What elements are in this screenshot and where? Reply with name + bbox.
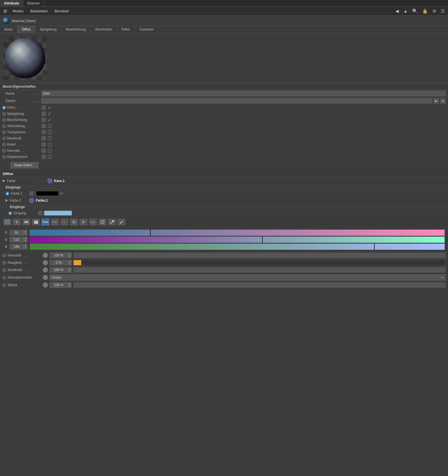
tab-zuweisen[interactable]: Zuweisen bbox=[135, 26, 158, 33]
grid-icon[interactable]: ⊞ bbox=[2, 8, 8, 14]
rauigkeit-down[interactable]: ▼ bbox=[68, 263, 72, 265]
channel-relief-checkbox[interactable] bbox=[42, 143, 46, 146]
tool-circ-btn[interactable] bbox=[80, 219, 87, 225]
channel-spiegelung-checkbox[interactable] bbox=[42, 112, 46, 116]
deckkraft-down[interactable]: ▼ bbox=[68, 270, 72, 273]
tab-diffus[interactable]: Diffus bbox=[17, 26, 35, 33]
farbe1-checkbox[interactable] bbox=[29, 192, 33, 195]
channel-beschichtung-radio[interactable] bbox=[2, 118, 6, 122]
intensitat-up[interactable]: ▲ bbox=[68, 253, 72, 255]
g-down-arrow[interactable]: ▼ bbox=[24, 240, 27, 242]
channel-displacement-radio[interactable] bbox=[2, 155, 6, 159]
b-slider[interactable] bbox=[30, 244, 445, 250]
eingang-checkbox[interactable] bbox=[38, 211, 42, 215]
deckkraft-diffus-circle[interactable] bbox=[43, 267, 48, 272]
channel-abstrahlung-radio[interactable] bbox=[2, 124, 6, 128]
farbe2-circle-btn[interactable] bbox=[29, 198, 34, 203]
starke-radio[interactable] bbox=[2, 283, 6, 287]
tool-cmyk-btn[interactable] bbox=[70, 219, 78, 225]
channel-normale-radio[interactable] bbox=[2, 149, 6, 153]
rauigkeit-input[interactable] bbox=[50, 260, 68, 265]
r-down-arrow[interactable]: ▼ bbox=[24, 233, 27, 235]
intensitat-circle[interactable] bbox=[43, 253, 48, 258]
eingang-swatch[interactable] bbox=[44, 211, 72, 216]
modus-menu[interactable]: Modus bbox=[10, 8, 26, 14]
lock-icon[interactable]: 🔒 bbox=[421, 8, 429, 14]
channel-beschichtung-checkbox[interactable] bbox=[42, 118, 46, 122]
channel-spiegelung-radio[interactable] bbox=[2, 112, 6, 116]
benutzer-menu[interactable]: Benutzer bbox=[52, 8, 71, 14]
rauigkeit-circle[interactable] bbox=[43, 260, 48, 265]
tool-rect-btn[interactable] bbox=[22, 219, 30, 225]
farbe-circle-btn[interactable] bbox=[47, 178, 52, 183]
ebene-target-btn[interactable]: ⊕ bbox=[440, 98, 446, 104]
channel-displacement-checkbox[interactable] bbox=[42, 155, 46, 159]
tab-ebenen[interactable]: Ebenen bbox=[23, 0, 44, 6]
tool-pen-btn[interactable] bbox=[118, 219, 125, 225]
starke-input[interactable] bbox=[50, 282, 68, 288]
forward-icon[interactable]: ▲ bbox=[402, 8, 409, 14]
material-preview[interactable] bbox=[3, 36, 47, 80]
g-up-arrow[interactable]: ▲ bbox=[24, 237, 27, 240]
tool-k-btn[interactable]: K bbox=[60, 219, 68, 225]
r-slider[interactable] bbox=[30, 230, 445, 236]
eingang-radio[interactable] bbox=[8, 211, 12, 215]
channel-transparenz-checkbox[interactable] bbox=[42, 130, 46, 134]
rauigkeit-up[interactable]: ▲ bbox=[68, 260, 72, 263]
intensitat-slider[interactable] bbox=[73, 253, 446, 258]
channel-relief-checkbox2[interactable] bbox=[48, 143, 52, 146]
deckkraft-diffus-slider[interactable] bbox=[73, 267, 446, 273]
tool-img-btn[interactable] bbox=[3, 219, 11, 225]
starke-circle[interactable] bbox=[43, 283, 48, 288]
channel-abstrahlung-checkbox2[interactable] bbox=[48, 124, 52, 128]
menu-icon[interactable]: ☰ bbox=[440, 8, 446, 14]
rauigkeit-radio[interactable] bbox=[2, 261, 6, 265]
node-editor-button[interactable]: Node-Editor... bbox=[11, 162, 38, 168]
normalenmodus-circle[interactable] bbox=[43, 275, 48, 280]
normalenmodus-dropdown[interactable]: Global ▼ bbox=[50, 274, 446, 281]
starke-slider[interactable] bbox=[73, 282, 446, 288]
normalenmodus-radio[interactable] bbox=[2, 276, 6, 279]
channel-transparenz-checkbox2[interactable] bbox=[48, 130, 52, 134]
channel-relief-radio[interactable] bbox=[2, 143, 6, 146]
intensitat-radio[interactable] bbox=[2, 254, 6, 257]
channel-abstrahlung-checkbox[interactable] bbox=[42, 124, 46, 128]
search-icon[interactable]: 🔍 bbox=[411, 8, 419, 14]
tool-rgb-btn[interactable]: RGB bbox=[41, 219, 49, 225]
deckkraft-up[interactable]: ▲ bbox=[68, 267, 72, 270]
intensitat-down[interactable]: ▼ bbox=[68, 255, 72, 258]
channel-diffus-checkbox[interactable] bbox=[42, 106, 46, 109]
deckkraft-diffus-input[interactable] bbox=[50, 267, 68, 273]
starke-down[interactable]: ▼ bbox=[68, 285, 72, 288]
channel-diffus-radio[interactable] bbox=[2, 106, 6, 109]
farbe1-swatch[interactable] bbox=[36, 191, 59, 196]
tab-basis[interactable]: Basis bbox=[0, 26, 17, 33]
ebene-input[interactable] bbox=[41, 98, 432, 104]
tool-hsv-btn[interactable]: HSV bbox=[51, 219, 59, 225]
channel-normale-checkbox2[interactable] bbox=[48, 149, 52, 153]
back-icon[interactable]: ◀ bbox=[394, 8, 400, 14]
channel-transparenz-radio[interactable] bbox=[2, 130, 6, 134]
channel-deckkraft-radio[interactable] bbox=[2, 137, 6, 140]
tab-editor[interactable]: Editor bbox=[117, 26, 135, 33]
r-up-arrow[interactable]: ▲ bbox=[24, 230, 27, 233]
channel-deckkraft-checkbox[interactable] bbox=[42, 136, 46, 140]
tool-grad-btn[interactable] bbox=[32, 219, 40, 225]
name-input[interactable] bbox=[41, 91, 446, 96]
farbe2-expand-btn[interactable] bbox=[6, 199, 8, 202]
tool-hex-btn[interactable]: HEX bbox=[89, 219, 97, 225]
channel-normale-checkbox[interactable] bbox=[42, 149, 46, 153]
starke-up[interactable]: ▲ bbox=[68, 282, 72, 285]
b-down-arrow[interactable]: ▼ bbox=[24, 247, 27, 249]
channel-deckkraft-checkbox2[interactable] bbox=[48, 136, 52, 140]
channel-displacement-checkbox2[interactable] bbox=[48, 155, 52, 159]
settings-icon[interactable]: ⚙ bbox=[431, 8, 437, 14]
deckkraft-diffus-radio[interactable] bbox=[2, 268, 6, 272]
ebene-arrow-btn[interactable]: ▶ bbox=[433, 98, 439, 104]
b-input[interactable] bbox=[10, 244, 24, 249]
rauigkeit-slider[interactable] bbox=[73, 260, 446, 265]
tab-beschichtung[interactable]: Beschichtung bbox=[61, 26, 91, 33]
tool-copy-btn[interactable] bbox=[99, 219, 106, 225]
farbe1-pencil-icon[interactable]: ✏ bbox=[60, 191, 64, 196]
tool-diag-btn[interactable] bbox=[108, 219, 116, 225]
